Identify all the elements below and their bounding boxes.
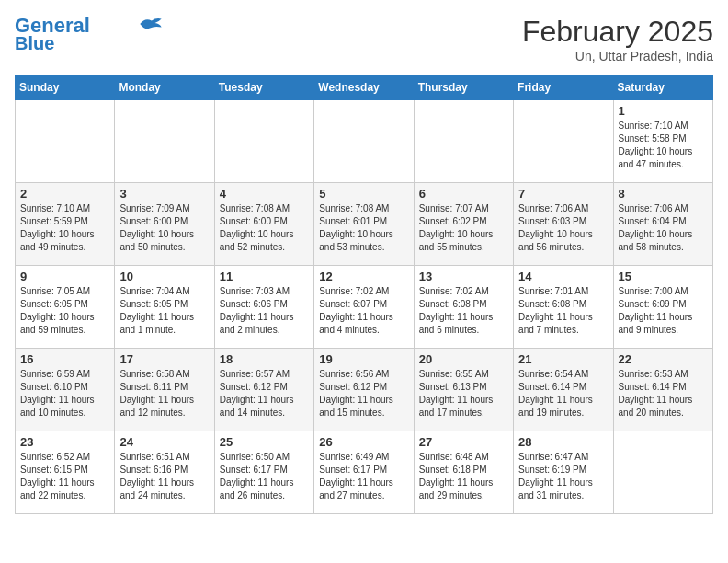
empty-cell [613,431,712,514]
day-number: 8 [619,187,708,201]
day-info: Sunrise: 6:52 AM Sunset: 6:15 PM Dayligh… [20,451,109,502]
day-cell-22: 22Sunrise: 6:53 AM Sunset: 6:14 PM Dayli… [613,349,712,431]
day-info: Sunrise: 6:56 AM Sunset: 6:12 PM Dayligh… [319,368,408,419]
day-cell-28: 28Sunrise: 6:47 AM Sunset: 6:19 PM Dayli… [514,431,613,514]
day-info: Sunrise: 7:03 AM Sunset: 6:06 PM Dayligh… [220,285,309,337]
day-number: 14 [518,270,608,283]
logo-bird-icon [138,16,164,32]
empty-cell [414,100,513,183]
day-number: 23 [20,435,109,449]
week-row-1: 1Sunrise: 7:10 AM Sunset: 5:58 PM Daylig… [16,100,713,183]
day-cell-19: 19Sunrise: 6:56 AM Sunset: 6:12 PM Dayli… [314,349,414,431]
day-info: Sunrise: 7:06 AM Sunset: 6:03 PM Dayligh… [518,202,608,254]
day-cell-6: 6Sunrise: 7:07 AM Sunset: 6:02 PM Daylig… [414,183,513,266]
col-header-thursday: Thursday [414,75,513,100]
day-info: Sunrise: 7:00 AM Sunset: 6:09 PM Dayligh… [619,285,708,337]
day-cell-8: 8Sunrise: 7:06 AM Sunset: 6:04 PM Daylig… [613,183,712,266]
empty-cell [16,100,115,183]
day-cell-12: 12Sunrise: 7:02 AM Sunset: 6:07 PM Dayli… [314,266,414,349]
title-block: February 2025 Un, Uttar Pradesh, India [522,15,713,63]
day-cell-3: 3Sunrise: 7:09 AM Sunset: 6:00 PM Daylig… [115,183,214,266]
day-number: 4 [220,187,309,201]
page-header: General Blue February 2025 Un, Uttar Pra… [15,15,713,63]
day-cell-15: 15Sunrise: 7:00 AM Sunset: 6:09 PM Dayli… [613,266,712,349]
logo-blue-text: Blue [15,33,54,53]
week-row-4: 16Sunrise: 6:59 AM Sunset: 6:10 PM Dayli… [16,349,713,431]
day-number: 5 [319,187,408,201]
day-cell-23: 23Sunrise: 6:52 AM Sunset: 6:15 PM Dayli… [16,431,115,514]
day-info: Sunrise: 6:57 AM Sunset: 6:12 PM Dayligh… [220,368,309,419]
day-number: 7 [518,187,608,201]
day-cell-13: 13Sunrise: 7:02 AM Sunset: 6:08 PM Dayli… [414,266,513,349]
day-number: 10 [119,270,209,283]
col-header-saturday: Saturday [613,75,712,100]
day-cell-26: 26Sunrise: 6:49 AM Sunset: 6:17 PM Dayli… [314,431,414,514]
col-header-tuesday: Tuesday [214,75,313,100]
location: Un, Uttar Pradesh, India [522,49,713,63]
day-number: 18 [220,352,309,366]
day-number: 24 [119,435,209,449]
day-number: 1 [619,104,708,118]
day-cell-27: 27Sunrise: 6:48 AM Sunset: 6:18 PM Dayli… [414,431,513,514]
day-info: Sunrise: 6:54 AM Sunset: 6:14 PM Dayligh… [518,368,608,419]
month-title: February 2025 [522,15,713,49]
col-header-monday: Monday [115,75,214,100]
week-row-2: 2Sunrise: 7:10 AM Sunset: 5:59 PM Daylig… [16,183,713,266]
day-info: Sunrise: 7:02 AM Sunset: 6:07 PM Dayligh… [319,285,408,337]
day-number: 9 [20,270,109,283]
day-cell-24: 24Sunrise: 6:51 AM Sunset: 6:16 PM Dayli… [115,431,214,514]
day-cell-4: 4Sunrise: 7:08 AM Sunset: 6:00 PM Daylig… [214,183,313,266]
day-number: 11 [220,270,309,283]
empty-cell [214,100,313,183]
day-number: 28 [518,435,608,449]
col-header-sunday: Sunday [16,75,115,100]
day-cell-5: 5Sunrise: 7:08 AM Sunset: 6:01 PM Daylig… [314,183,414,266]
day-info: Sunrise: 7:10 AM Sunset: 5:58 PM Dayligh… [619,120,708,171]
day-cell-14: 14Sunrise: 7:01 AM Sunset: 6:08 PM Dayli… [514,266,613,349]
day-number: 27 [419,435,508,449]
day-info: Sunrise: 6:51 AM Sunset: 6:16 PM Dayligh… [119,451,209,502]
day-info: Sunrise: 7:09 AM Sunset: 6:00 PM Dayligh… [119,202,209,254]
day-cell-21: 21Sunrise: 6:54 AM Sunset: 6:14 PM Dayli… [514,349,613,431]
day-number: 15 [619,270,708,283]
day-number: 16 [20,352,109,366]
day-number: 3 [119,187,209,201]
day-info: Sunrise: 7:01 AM Sunset: 6:08 PM Dayligh… [518,285,608,337]
week-row-5: 23Sunrise: 6:52 AM Sunset: 6:15 PM Dayli… [16,431,713,514]
day-info: Sunrise: 7:06 AM Sunset: 6:04 PM Dayligh… [619,202,708,254]
col-header-wednesday: Wednesday [314,75,414,100]
day-cell-11: 11Sunrise: 7:03 AM Sunset: 6:06 PM Dayli… [214,266,313,349]
day-info: Sunrise: 7:08 AM Sunset: 6:00 PM Dayligh… [220,202,309,254]
day-info: Sunrise: 7:08 AM Sunset: 6:01 PM Dayligh… [319,202,408,254]
day-number: 20 [419,352,508,366]
day-cell-10: 10Sunrise: 7:04 AM Sunset: 6:05 PM Dayli… [115,266,214,349]
day-cell-7: 7Sunrise: 7:06 AM Sunset: 6:03 PM Daylig… [514,183,613,266]
day-info: Sunrise: 6:50 AM Sunset: 6:17 PM Dayligh… [220,451,309,502]
day-number: 22 [619,352,708,366]
empty-cell [115,100,214,183]
empty-cell [514,100,613,183]
day-info: Sunrise: 6:47 AM Sunset: 6:19 PM Dayligh… [518,451,608,502]
day-info: Sunrise: 6:59 AM Sunset: 6:10 PM Dayligh… [20,368,109,419]
day-number: 12 [319,270,408,283]
day-info: Sunrise: 7:05 AM Sunset: 6:05 PM Dayligh… [20,285,109,337]
week-row-3: 9Sunrise: 7:05 AM Sunset: 6:05 PM Daylig… [16,266,713,349]
day-number: 6 [419,187,508,201]
day-info: Sunrise: 7:04 AM Sunset: 6:05 PM Dayligh… [119,285,209,337]
calendar-header-row: SundayMondayTuesdayWednesdayThursdayFrid… [16,75,713,100]
day-cell-20: 20Sunrise: 6:55 AM Sunset: 6:13 PM Dayli… [414,349,513,431]
day-cell-2: 2Sunrise: 7:10 AM Sunset: 5:59 PM Daylig… [16,183,115,266]
day-cell-18: 18Sunrise: 6:57 AM Sunset: 6:12 PM Dayli… [214,349,313,431]
day-cell-16: 16Sunrise: 6:59 AM Sunset: 6:10 PM Dayli… [16,349,115,431]
day-number: 25 [220,435,309,449]
calendar-table: SundayMondayTuesdayWednesdayThursdayFrid… [15,75,713,514]
day-info: Sunrise: 6:48 AM Sunset: 6:18 PM Dayligh… [419,451,508,502]
empty-cell [314,100,414,183]
day-info: Sunrise: 6:55 AM Sunset: 6:13 PM Dayligh… [419,368,508,419]
day-number: 21 [518,352,608,366]
day-cell-25: 25Sunrise: 6:50 AM Sunset: 6:17 PM Dayli… [214,431,313,514]
day-number: 17 [119,352,209,366]
day-number: 13 [419,270,508,283]
day-info: Sunrise: 7:10 AM Sunset: 5:59 PM Dayligh… [20,202,109,254]
day-cell-1: 1Sunrise: 7:10 AM Sunset: 5:58 PM Daylig… [613,100,712,183]
